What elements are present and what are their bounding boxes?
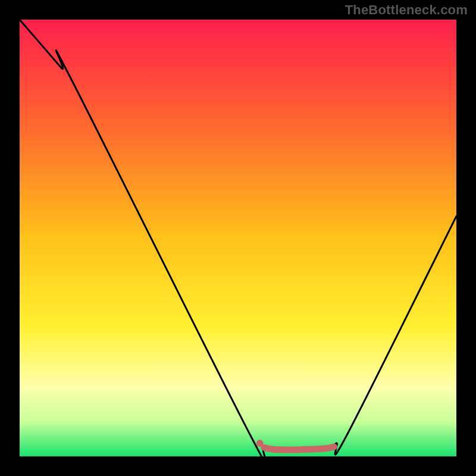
plot-area (20, 20, 456, 456)
optimal-start-dot (256, 440, 264, 447)
attribution-text: TheBottleneck.com (345, 2, 468, 18)
plot-svg (20, 20, 456, 456)
gradient-background (20, 20, 456, 456)
optimal-range-curve (264, 447, 334, 450)
chart-frame: TheBottleneck.com (0, 0, 476, 476)
